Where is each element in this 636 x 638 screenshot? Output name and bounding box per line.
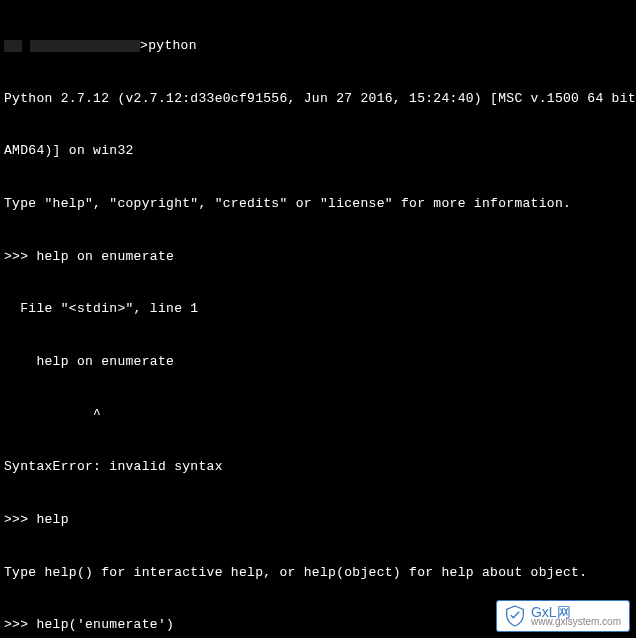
output-line: SyntaxError: invalid syntax [4, 458, 632, 476]
shield-icon [505, 605, 525, 627]
repl-input-line: >>> help on enumerate [4, 248, 632, 266]
output-line: Type "help", "copyright", "credits" or "… [4, 195, 632, 213]
prompt-path-line: >python [4, 37, 632, 55]
output-line: Type help() for interactive help, or hel… [4, 564, 632, 582]
output-line: ^ [4, 406, 632, 424]
watermark-url: www.gxlsystem.com [531, 617, 621, 627]
repl-input-line: >>> help [4, 511, 632, 529]
output-line: help on enumerate [4, 353, 632, 371]
output-line: File "<stdin>", line 1 [4, 300, 632, 318]
output-line: Python 2.7.12 (v2.7.12:d33e0cf91556, Jun… [4, 90, 632, 108]
watermark-badge: GxL网 www.gxlsystem.com [496, 600, 630, 632]
output-line: AMD64)] on win32 [4, 142, 632, 160]
terminal-output[interactable]: >python Python 2.7.12 (v2.7.12:d33e0cf91… [4, 2, 632, 638]
